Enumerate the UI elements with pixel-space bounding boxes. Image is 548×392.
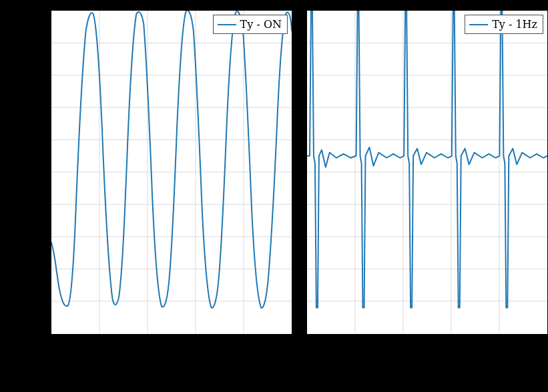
legend-swatch <box>218 24 236 25</box>
chart-left-plot <box>51 11 292 333</box>
series-ty-on <box>51 11 292 308</box>
xtick-label: 3 <box>193 339 200 352</box>
xtick-label: 5 <box>290 339 296 352</box>
ytick-label: 30 <box>31 69 45 82</box>
legend-swatch <box>469 24 488 25</box>
ytick-label: 10 <box>31 134 45 147</box>
x-axis-title: Time [s] <box>402 357 453 371</box>
ytick-label: 40 <box>31 37 45 49</box>
legend: Ty - 1Hz <box>465 15 543 34</box>
x-axis-title: Time [s] <box>147 357 197 371</box>
series-ty-1hz <box>307 11 547 308</box>
xtick-label: 4 <box>242 339 248 352</box>
xtick-label: 1 <box>96 339 103 352</box>
xtick-label: 0 <box>48 339 55 352</box>
chart-left: 50 40 30 20 10 0 -10 -20 -30 -40 -50 0 1… <box>51 10 292 335</box>
xtick-label: 2 <box>145 339 152 352</box>
legend-label: Ty - ON <box>240 18 282 31</box>
ytick-label: -50 <box>27 329 45 342</box>
grid <box>51 11 292 333</box>
ytick-label: 50 <box>31 5 45 17</box>
xtick-label: 0 <box>304 339 310 352</box>
legend: Ty - ON <box>213 15 288 34</box>
chart-right: -50 50 0 1 2 3 4 5 Time [s] Ty - 1Hz <box>306 10 548 335</box>
xtick-label: 2 <box>400 339 407 352</box>
grid <box>307 11 547 333</box>
ytick-label: -30 <box>27 264 45 277</box>
xtick-label: 5 <box>545 339 548 352</box>
ytick-label: -10 <box>27 199 45 212</box>
ytick-label: 0 <box>38 167 45 179</box>
ytick-label: -40 <box>27 297 45 309</box>
xtick-label: 4 <box>497 339 504 352</box>
ytick-label: 20 <box>31 102 45 115</box>
xtick-label: 1 <box>352 339 358 352</box>
chart-right-plot <box>307 11 547 333</box>
xtick-label: 3 <box>449 339 455 352</box>
legend-label: Ty - 1Hz <box>492 18 537 31</box>
ytick-label: -20 <box>27 231 45 244</box>
